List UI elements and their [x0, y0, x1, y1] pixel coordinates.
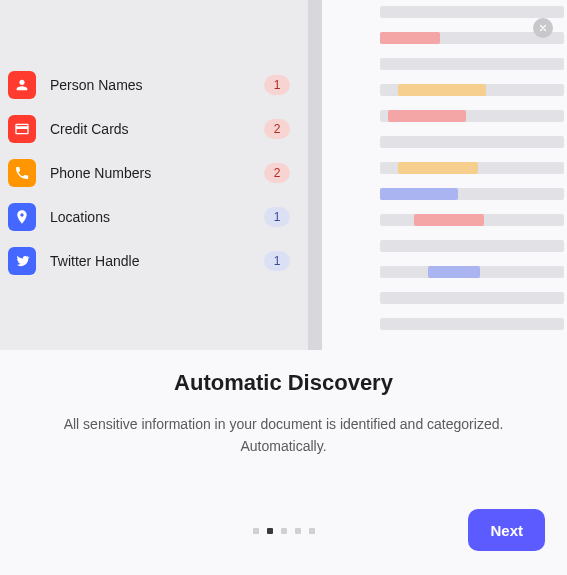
doc-line [380, 266, 564, 278]
twitter-icon [8, 247, 36, 275]
doc-line [380, 162, 564, 174]
highlight-chip [398, 162, 478, 174]
category-count-badge: 1 [264, 75, 290, 95]
highlight-chip [380, 32, 440, 44]
category-item-credit-cards[interactable]: Credit Cards2 [0, 107, 308, 151]
highlight-chip [428, 266, 480, 278]
category-label: Credit Cards [50, 121, 264, 137]
category-label: Phone Numbers [50, 165, 264, 181]
category-item-twitter[interactable]: Twitter Handle1 [0, 239, 308, 283]
next-button[interactable]: Next [468, 509, 545, 551]
phone-icon [8, 159, 36, 187]
highlight-chip [380, 188, 458, 200]
category-label: Locations [50, 209, 264, 225]
page-title: Automatic Discovery [40, 370, 527, 396]
divider [308, 0, 322, 350]
doc-line [380, 214, 564, 226]
page-dot[interactable] [309, 528, 315, 534]
category-item-locations[interactable]: Locations1 [0, 195, 308, 239]
content-area: Automatic Discovery All sensitive inform… [0, 370, 567, 457]
highlight-chip [398, 84, 486, 96]
document-preview [322, 0, 567, 350]
footer: Next [0, 509, 567, 553]
page-dot[interactable] [253, 528, 259, 534]
close-icon [538, 23, 548, 33]
page-dot[interactable] [281, 528, 287, 534]
highlight-chip [388, 110, 466, 122]
category-label: Person Names [50, 77, 264, 93]
doc-line [380, 188, 564, 200]
doc-line [380, 110, 564, 122]
doc-line [380, 84, 564, 96]
doc-line [380, 136, 564, 148]
page-dot[interactable] [295, 528, 301, 534]
page-indicator [253, 528, 315, 534]
illustration-area: Person Names1Credit Cards2Phone Numbers2… [0, 0, 567, 350]
category-label: Twitter Handle [50, 253, 264, 269]
doc-line [380, 318, 564, 330]
category-count-badge: 1 [264, 251, 290, 271]
person-icon [8, 71, 36, 99]
category-count-badge: 2 [264, 119, 290, 139]
category-sidebar: Person Names1Credit Cards2Phone Numbers2… [0, 0, 308, 350]
category-item-phone-numbers[interactable]: Phone Numbers2 [0, 151, 308, 195]
page-subtitle: All sensitive information in your docume… [40, 414, 527, 457]
doc-line [380, 6, 564, 18]
pin-icon [8, 203, 36, 231]
category-count-badge: 2 [264, 163, 290, 183]
card-icon [8, 115, 36, 143]
doc-line [380, 58, 564, 70]
highlight-chip [414, 214, 484, 226]
doc-line [380, 240, 564, 252]
category-count-badge: 1 [264, 207, 290, 227]
close-button[interactable] [533, 18, 553, 38]
page-dot[interactable] [267, 528, 273, 534]
doc-line [380, 292, 564, 304]
category-item-person-names[interactable]: Person Names1 [0, 63, 308, 107]
